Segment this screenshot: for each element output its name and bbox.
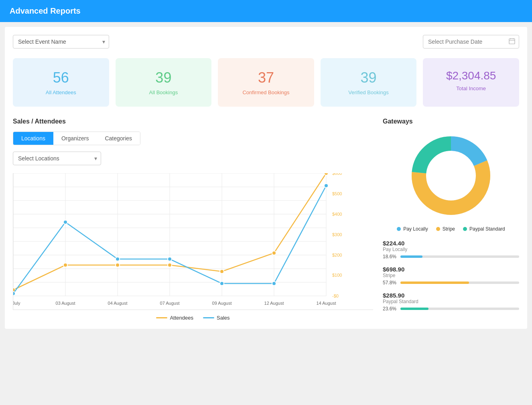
right-panel: Gateways (383, 118, 519, 321)
tab-organizers[interactable]: Organizers (53, 132, 97, 145)
page-header: Advanced Reports (0, 0, 532, 22)
sales-legend-label: Sales (217, 315, 230, 321)
gw-paypal-amount: $285.90 (383, 292, 519, 299)
tab-categories[interactable]: Categories (97, 132, 140, 145)
svg-text:$600: $600 (332, 173, 342, 176)
stat-confirmed-bookings: 37 Confirmed Bookings (218, 58, 314, 107)
legend-sales: Sales (203, 315, 230, 321)
stat-all-attendees: 56 All Attendees (13, 58, 109, 107)
gw-legend-stripe: Stripe (436, 226, 455, 232)
legend-attendees: Attendees (156, 315, 193, 321)
svg-point-45 (324, 173, 328, 175)
line-chart: 10 9 8 7 6 5 4 3 2 1 0 $600 $500 $400 $3… (13, 173, 342, 310)
svg-point-43 (220, 269, 224, 273)
gw-paypal-bar-bg (400, 308, 519, 310)
svg-point-48 (116, 257, 120, 261)
sales-tabs: Locations Organizers Categories (13, 132, 140, 145)
svg-text:$500: $500 (332, 191, 342, 196)
main-content: Select Event Name ▾ 56 All Attendees 39 (5, 27, 527, 329)
gw-paypal-pct: 23.6% (383, 306, 397, 312)
content-area: Sales / Attendees Locations Organizers C… (13, 118, 519, 321)
stat-verified-bookings: 39 Verified Bookings (321, 58, 417, 107)
paypal-label: Paypal Standard (469, 226, 505, 232)
gw-legend-paypal: Paypal Standard (463, 226, 505, 232)
sales-legend-dot (203, 317, 214, 318)
svg-text:07 August: 07 August (160, 301, 180, 306)
gw-stat-stripe: $698.90 Stripe 57.8% (383, 266, 519, 286)
svg-point-47 (63, 220, 67, 224)
paylocally-label: Pay Locally (403, 226, 428, 232)
purchase-date-input[interactable] (423, 35, 519, 49)
svg-text:04 August: 04 August (108, 301, 128, 306)
event-filter[interactable]: Select Event Name ▾ (13, 35, 109, 49)
svg-text:$200: $200 (332, 253, 342, 257)
left-panel: Sales / Attendees Locations Organizers C… (13, 118, 373, 321)
gateways-title: Gateways (383, 118, 519, 125)
gw-paylocally-bar-row: 18.6% (383, 254, 519, 259)
tab-locations[interactable]: Locations (13, 132, 53, 145)
stats-row: 56 All Attendees 39 All Bookings 37 Conf… (13, 58, 519, 107)
stripe-label: Stripe (443, 226, 455, 232)
svg-point-49 (168, 257, 172, 261)
svg-point-40 (63, 263, 67, 267)
svg-point-44 (272, 251, 276, 255)
gw-paypal-bar-fill (400, 308, 428, 310)
attendees-legend-dot (156, 317, 167, 318)
gateway-chart-legend: Pay Locally Stripe Paypal Standard (383, 226, 519, 232)
svg-point-64 (427, 152, 475, 200)
total-income-label: Total Income (431, 85, 511, 91)
confirmed-bookings-label: Confirmed Bookings (226, 89, 306, 95)
sales-section-title: Sales / Attendees (13, 118, 373, 125)
gw-paypal-bar-row: 23.6% (383, 306, 519, 312)
svg-text:$100: $100 (332, 273, 342, 277)
attendees-legend-label: Attendees (170, 315, 193, 321)
chart-legend: Attendees Sales (13, 315, 373, 321)
all-attendees-label: All Attendees (21, 89, 101, 95)
gw-paylocally-amount: $224.40 (383, 240, 519, 247)
svg-text:12 August: 12 August (264, 301, 284, 306)
gateway-stats: $224.40 Pay Locally 18.6% $698.90 Stripe… (383, 240, 519, 312)
svg-text:$400: $400 (332, 212, 342, 217)
paylocally-dot (397, 227, 401, 231)
location-select[interactable]: Select Locations (13, 152, 101, 165)
verified-bookings-number: 39 (329, 69, 409, 86)
svg-point-51 (272, 281, 276, 286)
gw-paylocally-bar-fill (400, 255, 422, 258)
date-filter[interactable] (423, 35, 519, 49)
svg-text:09 August: 09 August (212, 301, 232, 306)
gw-stripe-bar-row: 57.8% (383, 280, 519, 286)
total-income-number: $2,304.85 (431, 69, 511, 82)
chart-container: 10 9 8 7 6 5 4 3 2 1 0 $600 $500 $400 $3… (13, 173, 373, 310)
svg-text:03 August: 03 August (56, 301, 75, 306)
gw-stripe-bar-fill (400, 281, 469, 284)
gw-stat-paypal: $285.90 Paypal Standard 23.6% (383, 292, 519, 312)
svg-text:31 July: 31 July (13, 301, 20, 306)
donut-chart (407, 132, 495, 220)
stat-total-income: $2,304.85 Total Income (423, 58, 519, 107)
svg-point-46 (13, 292, 15, 296)
svg-point-41 (116, 263, 120, 267)
all-bookings-number: 39 (124, 69, 204, 86)
svg-point-52 (324, 184, 328, 188)
gw-stat-paylocally: $224.40 Pay Locally 18.6% (383, 240, 519, 259)
all-bookings-label: All Bookings (124, 89, 204, 95)
gw-stripe-pct: 57.8% (383, 280, 397, 286)
svg-point-50 (220, 281, 224, 286)
stat-all-bookings: 39 All Bookings (116, 58, 212, 107)
gw-paypal-name: Paypal Standard (383, 299, 519, 304)
verified-bookings-label: Verified Bookings (329, 89, 409, 95)
page-title: Advanced Reports (10, 6, 522, 16)
svg-text:14 August: 14 August (317, 301, 336, 306)
gw-legend-paylocally: Pay Locally (397, 226, 428, 232)
gw-paylocally-bar-bg (400, 255, 519, 258)
gw-paylocally-pct: 18.6% (383, 254, 397, 259)
svg-text:-$0: -$0 (332, 294, 339, 298)
gw-paylocally-name: Pay Locally (383, 247, 519, 252)
event-name-select[interactable]: Select Event Name (13, 35, 109, 49)
gw-stripe-amount: $698.90 (383, 266, 519, 273)
location-filter[interactable]: Select Locations ▾ (13, 152, 373, 165)
donut-chart-container (383, 132, 519, 220)
svg-point-42 (168, 263, 172, 267)
all-attendees-number: 56 (21, 69, 101, 86)
paypal-dot (463, 227, 467, 231)
